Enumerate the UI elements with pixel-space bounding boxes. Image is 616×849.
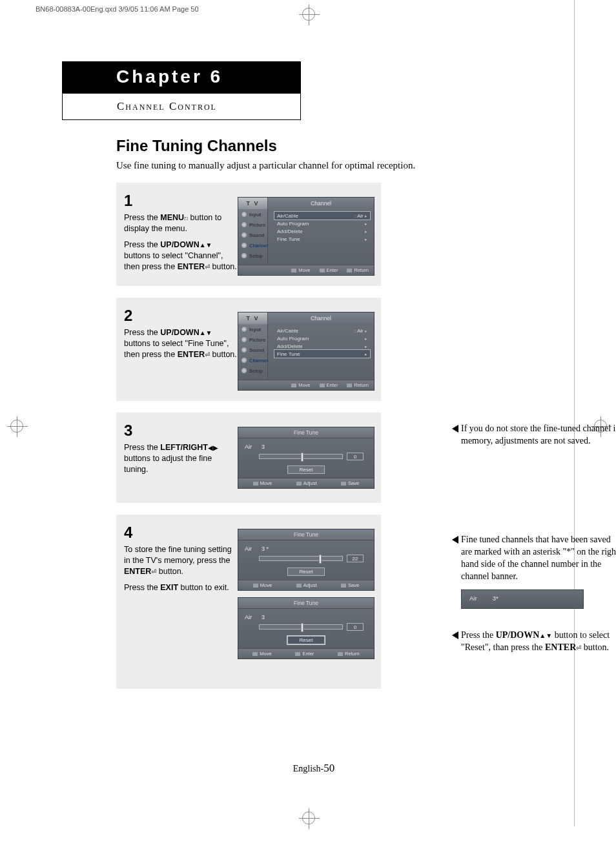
sound-icon [241, 347, 247, 353]
ft-footer: MoveEnterReturn [238, 648, 374, 659]
setup-icon [241, 252, 247, 259]
osd-hint: Enter [295, 651, 314, 657]
triangle-left-icon [452, 536, 458, 544]
note-text: Press the UP/DOWN▲▼ button to select "Re… [461, 630, 610, 652]
slider-handle-icon [301, 623, 303, 632]
osd-hint: Move [291, 267, 310, 273]
osd-tv-label: T V [238, 198, 268, 209]
ft-title: Fine Tune [238, 427, 374, 438]
intro-text: Use fine tuning to manually adjust a par… [116, 160, 566, 171]
osd-sidebar: Input Picture Sound Channel Setup [238, 324, 268, 380]
osd-hint: Enter [320, 382, 338, 388]
channel-icon [241, 357, 247, 363]
slider-handle-icon [319, 555, 322, 564]
sound-icon [241, 232, 247, 238]
step-text: Press the UP/DOWN▲▼ buttons to select "F… [124, 327, 237, 360]
banner-channel: 3* [493, 595, 498, 603]
ft-title: Fine Tune [238, 598, 374, 609]
ft-channel: Air 3 [245, 614, 367, 620]
step-text: Press the LEFT/RIGHT◀▶ buttons to adjust… [124, 442, 237, 475]
step-2: 2 Press the UP/DOWN▲▼ buttons to select … [116, 298, 381, 401]
channel-icon [241, 242, 247, 249]
osd-hint: Adjust [296, 480, 317, 486]
chapter-title: Chapter 6 [62, 61, 301, 94]
osd-hint: Adjust [296, 582, 317, 588]
crop-mark-icon [10, 420, 23, 433]
step-4: 4 To store the fine tuning setting in th… [116, 515, 381, 689]
step-3: 3 Press the LEFT/RIGHT◀▶ buttons to adju… [116, 413, 381, 503]
page-footer: English-50 [62, 762, 566, 775]
crop-mark-icon [302, 8, 315, 21]
osd-title: Channel [268, 312, 374, 324]
osd-screenshot: Fine Tune Air 3 0 Reset MoveAdjustSave [238, 427, 375, 489]
ft-reset: Reset [287, 465, 325, 474]
section-title: Fine Tuning Channels [116, 137, 566, 155]
chapter-subtitle: Channel Control [62, 94, 301, 120]
ft-value: 22 [347, 555, 364, 562]
osd-screenshot: T V Channel Input Picture Sound Channel … [238, 197, 375, 276]
osd-hint: Enter [320, 267, 338, 273]
osd-title: Channel [268, 198, 374, 209]
osd-menu-item: Add/Delete ▸ [274, 227, 370, 235]
osd-sidebar: Input Picture Sound Channel Setup [238, 209, 268, 265]
osd-main: Air/Cable: Air ▸Auto Program ▸Add/Delete… [268, 209, 374, 265]
osd-hint: Move [291, 382, 310, 388]
ft-footer: MoveAdjustSave [238, 580, 374, 590]
osd-hint: Return [338, 651, 360, 657]
ft-slider: 0 [259, 623, 364, 631]
osd-footer: MoveEnterReturn [238, 265, 374, 275]
ft-value: 0 [347, 623, 364, 631]
osd-menu-item: Air/Cable: Air ▸ [274, 327, 370, 334]
triangle-left-icon [452, 425, 458, 433]
picture-icon [241, 336, 247, 343]
ft-channel: Air 3 [245, 444, 367, 450]
ft-title: Fine Tune [238, 529, 374, 540]
osd-hint: Save [341, 480, 359, 486]
setup-icon [241, 367, 247, 374]
banner-source: Air [469, 595, 477, 603]
osd-hint: Save [341, 582, 359, 588]
ft-reset: Reset [287, 636, 325, 644]
ft-slider: 0 [259, 453, 364, 460]
osd-hint: Move [253, 480, 272, 486]
channel-banner: Air 3* [461, 589, 584, 609]
crop-mark-icon [302, 812, 315, 824]
picture-icon [241, 221, 247, 228]
ft-value: 0 [347, 453, 364, 460]
step-1: 1 Press the MENU⏍ button to display the … [116, 183, 381, 286]
osd-hint: Return [347, 267, 369, 273]
fine-tune-osd: Fine Tune Air 3 * 22 Reset MoveAdjustSav… [238, 529, 375, 591]
osd-menu-item: Auto Program ▸ [274, 220, 370, 227]
input-icon [241, 211, 247, 218]
fine-tune-osd: Fine Tune Air 3 0 Reset MoveAdjustSave [238, 427, 375, 489]
note-text: Fine tuned channels that have been saved… [461, 535, 616, 581]
page-edge [574, 0, 575, 826]
ft-reset: Reset [287, 568, 325, 576]
triangle-left-icon [452, 631, 458, 639]
note-text: If you do not store the fine-tuned chann… [461, 424, 616, 445]
osd-screenshot: Fine Tune Air 3 * 22 Reset MoveAdjustSav… [238, 529, 375, 659]
step-text: Press the MENU⏍ button to display the me… [124, 212, 237, 272]
osd-hint: Move [252, 651, 271, 657]
slider-handle-icon [301, 453, 303, 462]
fine-tune-osd: Fine Tune Air 3 0 Reset MoveEnterReturn [238, 597, 375, 659]
osd-menu-item: Fine Tune ▸ [274, 350, 370, 358]
osd-footer: MoveEnterReturn [238, 380, 374, 390]
osd-screenshot: T V Channel Input Picture Sound Channel … [238, 312, 375, 391]
ft-footer: MoveAdjustSave [238, 478, 374, 488]
ft-channel: Air 3 * [245, 546, 367, 552]
osd-hint: Return [347, 382, 369, 388]
input-icon [241, 326, 247, 332]
osd-main: Air/Cable: Air ▸Auto Program ▸Add/Delete… [268, 324, 374, 380]
osd-menu-item: Air/Cable: Air ▸ [274, 212, 370, 220]
step-text: To store the fine tuning setting in the … [124, 544, 237, 593]
osd-menu-item: Auto Program ▸ [274, 334, 370, 342]
ft-slider: 22 [259, 555, 364, 562]
page-content: Chapter 6 Channel Control Fine Tuning Ch… [62, 61, 566, 701]
osd-menu-item: Fine Tune ▸ [274, 235, 370, 243]
print-header: BN68-00883A-00Eng.qxd 3/9/05 11:06 AM Pa… [36, 5, 199, 13]
osd-menu-item: Add/Delete ▸ [274, 342, 370, 350]
osd-hint: Move [253, 582, 272, 588]
